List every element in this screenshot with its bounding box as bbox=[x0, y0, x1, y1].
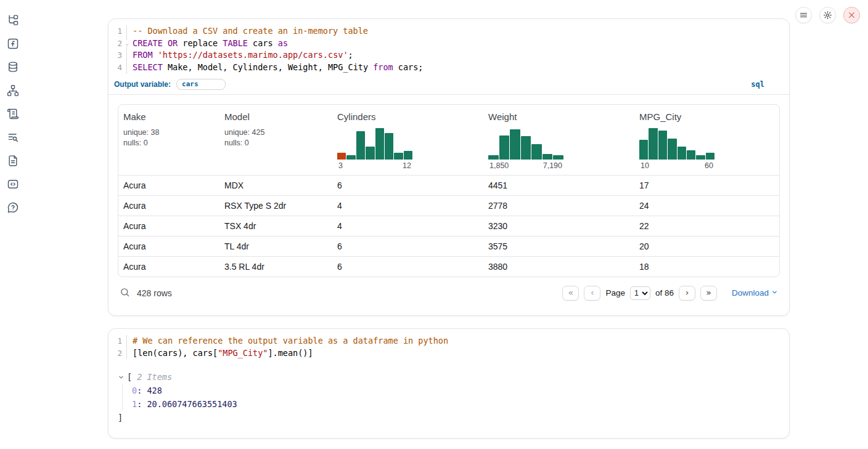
table-cell: 22 bbox=[634, 221, 779, 231]
output-variable-row: Output variable: sql bbox=[108, 76, 789, 95]
code-line: -- Download a CSV and create an in-memor… bbox=[133, 25, 423, 38]
first-page-button[interactable]: « bbox=[562, 286, 579, 301]
histogram-bar bbox=[337, 153, 346, 160]
table-cell: 6 bbox=[332, 262, 483, 272]
histogram-bar bbox=[542, 154, 553, 160]
page-select[interactable]: 1 bbox=[630, 286, 650, 300]
histogram-bar bbox=[678, 147, 686, 160]
histogram-bar bbox=[488, 155, 499, 160]
table-cell: 6 bbox=[332, 180, 483, 190]
table-cell: 24 bbox=[634, 201, 779, 211]
collapse-toggle-icon[interactable] bbox=[118, 374, 127, 381]
table-cell: 4 bbox=[332, 201, 483, 211]
column-title: Cylinders bbox=[337, 111, 478, 122]
open-bracket: [ bbox=[127, 370, 132, 384]
histogram-bar bbox=[696, 155, 705, 160]
column-title: Make bbox=[123, 111, 215, 122]
table-row: Acura3.5 RL 4dr6388018 bbox=[118, 256, 779, 277]
histogram-bar bbox=[356, 131, 365, 160]
menu-icon bbox=[799, 10, 808, 20]
column-header-make[interactable]: Makeunique: 38nulls: 0 bbox=[118, 105, 219, 175]
table-cell: 18 bbox=[634, 262, 779, 272]
download-button[interactable]: Download bbox=[732, 288, 778, 297]
histogram-bar bbox=[375, 128, 384, 160]
code-line: CREATE OR replace TABLE cars as bbox=[133, 38, 423, 50]
column-header-cylinders[interactable]: Cylinders312 bbox=[332, 105, 483, 175]
table-cell: MDX bbox=[219, 180, 332, 190]
python-cell-output: [ 2 Items 0: 4281: 20.060747663551403 ] bbox=[108, 362, 789, 431]
histogram-bar bbox=[668, 139, 676, 160]
table-cell: 4451 bbox=[483, 180, 634, 190]
file-tree-icon[interactable] bbox=[7, 14, 20, 26]
histogram-bar bbox=[394, 153, 403, 160]
python-cell: 12# We can reference the output variable… bbox=[108, 328, 790, 439]
table-cell: RSX Type S 2dr bbox=[219, 201, 332, 211]
column-stats: unique: 38nulls: 0 bbox=[123, 127, 215, 148]
documentation-icon[interactable] bbox=[7, 154, 20, 167]
table-row: AcuraMDX6445117 bbox=[118, 175, 779, 195]
page-total-label: of 86 bbox=[655, 288, 674, 297]
table-cell: 2778 bbox=[483, 201, 634, 211]
language-tag: sql bbox=[751, 80, 764, 89]
next-page-button[interactable]: › bbox=[679, 286, 695, 301]
logs-icon[interactable] bbox=[7, 107, 20, 120]
variables-icon[interactable] bbox=[7, 37, 20, 50]
column-histogram: 1060 bbox=[639, 126, 714, 170]
histogram-bar bbox=[553, 155, 563, 160]
items-count-label: 2 Items bbox=[137, 370, 172, 384]
column-header-weight[interactable]: Weight1,8507,190 bbox=[483, 105, 634, 175]
sql-cell-output: Makeunique: 38nulls: 0Modelunique: 425nu… bbox=[108, 95, 789, 304]
dependency-graph-icon[interactable] bbox=[7, 84, 20, 97]
list-item: 1: 20.060747663551403 bbox=[132, 397, 780, 411]
datasources-icon[interactable] bbox=[7, 60, 20, 73]
page-label: Page bbox=[605, 288, 625, 297]
shutdown-button[interactable] bbox=[843, 7, 860, 23]
histogram-bar bbox=[346, 155, 355, 160]
search-list-icon[interactable] bbox=[7, 131, 20, 144]
line-number-gutter: 12 bbox=[108, 335, 127, 359]
histogram-bar bbox=[385, 133, 393, 160]
sql-code-editor[interactable]: 12⌄34-- Download a CSV and create an in-… bbox=[108, 19, 789, 76]
output-variable-input[interactable] bbox=[176, 79, 226, 90]
table-cell: Acura bbox=[118, 221, 219, 231]
column-histogram: 1,8507,190 bbox=[488, 126, 563, 170]
notebook-actions bbox=[795, 7, 860, 23]
table-cell: TL 4dr bbox=[219, 241, 332, 251]
histogram-axis: 1060 bbox=[639, 161, 714, 170]
row-count: 428 rows bbox=[137, 288, 172, 298]
code-line: # We can reference the output variable a… bbox=[133, 335, 448, 347]
settings-button[interactable] bbox=[819, 7, 836, 23]
search-button[interactable] bbox=[120, 287, 130, 299]
close-bracket: ] bbox=[118, 411, 780, 424]
column-title: Weight bbox=[488, 111, 629, 122]
help-chat-icon[interactable] bbox=[7, 201, 20, 214]
chevron-down-icon bbox=[771, 288, 778, 297]
list-output: [ 2 Items 0: 4281: 20.060747663551403 ] bbox=[118, 370, 780, 424]
column-header-model[interactable]: Modelunique: 425nulls: 0 bbox=[219, 105, 332, 175]
histogram-bar bbox=[658, 131, 667, 160]
code-line: FROM 'https://datasets.marimo.app/cars.c… bbox=[133, 49, 423, 62]
menu-button[interactable] bbox=[795, 7, 812, 23]
dataframe-table: Makeunique: 38nulls: 0Modelunique: 425nu… bbox=[118, 104, 780, 277]
python-code-editor[interactable]: 12# We can reference the output variable… bbox=[108, 329, 789, 362]
histogram-bar bbox=[366, 147, 374, 160]
shutdown-close-icon bbox=[848, 11, 856, 19]
histogram-bar bbox=[510, 129, 520, 159]
code-line: [len(cars), cars["MPG_City"].mean()] bbox=[133, 347, 448, 360]
table-body: AcuraMDX6445117AcuraRSX Type S 2dr427782… bbox=[118, 175, 779, 277]
table-cell: 17 bbox=[634, 180, 779, 190]
table-header-row: Makeunique: 38nulls: 0Modelunique: 425nu… bbox=[118, 105, 779, 175]
table-cell: 4 bbox=[332, 221, 483, 231]
snippets-icon[interactable] bbox=[7, 177, 20, 190]
column-title: MPG_City bbox=[639, 111, 774, 122]
prev-page-button[interactable]: ‹ bbox=[584, 286, 600, 301]
fold-chevron-icon[interactable]: ⌄ bbox=[126, 40, 129, 46]
column-title: Model bbox=[224, 111, 327, 122]
table-cell: 6 bbox=[332, 241, 483, 251]
table-cell: Acura bbox=[118, 201, 219, 211]
last-page-button[interactable]: » bbox=[700, 286, 717, 301]
column-header-mpg_city[interactable]: MPG_City1060 bbox=[634, 105, 779, 175]
table-cell: 3575 bbox=[483, 241, 634, 251]
code-line: SELECT Make, Model, Cylinders, Weight, M… bbox=[133, 62, 423, 74]
table-cell: Acura bbox=[118, 241, 219, 251]
